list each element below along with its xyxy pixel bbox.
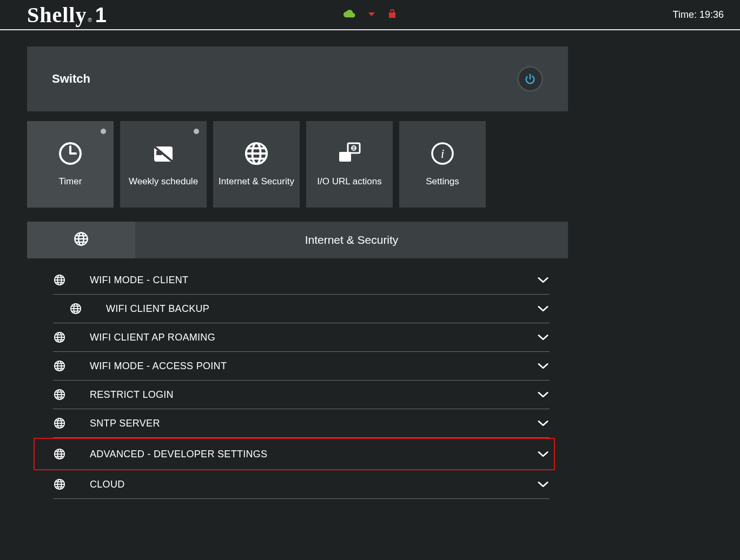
globe-icon: [53, 478, 66, 490]
switch-card: Switch: [27, 46, 568, 111]
io-icon: [337, 141, 362, 166]
tile-timer[interactable]: Timer: [27, 121, 114, 208]
list-item[interactable]: CLOUD: [53, 470, 550, 499]
svg-rect-15: [339, 152, 351, 162]
list-item-label: RESTRICT LOGIN: [90, 389, 513, 401]
globe-icon: [53, 417, 66, 429]
tile-label: Internet & Security: [214, 176, 299, 188]
chevron-down-icon: [537, 419, 550, 427]
tile-label: Timer: [55, 176, 87, 188]
chevron-down-icon: [537, 305, 550, 312]
globe-icon: [53, 274, 66, 286]
section-header-icon-box: [27, 222, 135, 258]
chevron-down-icon: [537, 334, 550, 341]
cloud-icon[interactable]: [343, 9, 355, 20]
list-item-label: ADVANCED - DEVELOPER SETTINGS: [90, 449, 513, 460]
list-item[interactable]: ADVANCED - DEVELOPER SETTINGS: [34, 438, 555, 470]
tile-internet[interactable]: Internet & Security: [213, 121, 300, 208]
list-item[interactable]: WIFI MODE - CLIENT: [53, 266, 550, 295]
list-item[interactable]: WIFI CLIENT AP ROAMING: [53, 323, 550, 352]
time-label: Time: 19:36: [673, 9, 724, 21]
settings-icon: i: [430, 141, 455, 166]
list-item-label: WIFI CLIENT BACKUP: [106, 303, 513, 315]
globe-icon: [53, 389, 66, 401]
chevron-down-icon: [537, 362, 550, 370]
logo-model: 1: [95, 4, 107, 27]
tile-settings[interactable]: iSettings: [399, 121, 486, 208]
logo-reg: ®: [88, 17, 91, 23]
lock-open-icon[interactable]: [388, 9, 397, 21]
topbar-status: [343, 9, 397, 21]
weekly-icon: [151, 141, 176, 166]
tile-label: I/O URL actions: [313, 176, 386, 188]
list-item-label: WIFI CLIENT AP ROAMING: [90, 332, 513, 343]
tile-io[interactable]: I/O URL actions: [306, 121, 393, 208]
svg-marker-5: [368, 12, 375, 16]
chevron-down-icon: [537, 391, 550, 398]
section-title: Internet & Security: [135, 222, 568, 258]
tile-label: Weekly schedule: [124, 176, 202, 188]
section-header: Internet & Security: [27, 222, 568, 258]
internet-icon: [244, 141, 269, 166]
status-dot: [101, 129, 106, 134]
tile-label: Settings: [421, 176, 463, 188]
list-item[interactable]: RESTRICT LOGIN: [53, 381, 550, 409]
chevron-down-icon: [537, 481, 550, 488]
list-item[interactable]: WIFI MODE - ACCESS POINT: [53, 352, 550, 381]
logo: Shelly ® 1: [27, 2, 107, 28]
chevron-down-icon: [537, 450, 550, 458]
globe-icon: [74, 231, 89, 249]
list-item-label: WIFI MODE - ACCESS POINT: [90, 361, 513, 372]
list-item[interactable]: SNTP SERVER: [53, 409, 550, 438]
tiles-row: TimerWeekly scheduleInternet & SecurityI…: [27, 121, 568, 208]
list-item-label: CLOUD: [90, 479, 513, 490]
list-item-label: SNTP SERVER: [90, 418, 513, 429]
settings-list: WIFI MODE - CLIENTWIFI CLIENT BACKUPWIFI…: [27, 266, 568, 499]
chevron-down-icon: [537, 276, 550, 284]
logo-text: Shelly: [27, 2, 87, 28]
globe-icon: [69, 303, 82, 315]
globe-icon: [53, 331, 66, 343]
page: Switch TimerWeekly scheduleInternet & Se…: [0, 30, 590, 521]
power-button[interactable]: [517, 66, 543, 92]
svg-text:i: i: [441, 146, 445, 161]
tile-weekly[interactable]: Weekly schedule: [120, 121, 207, 208]
power-icon: [524, 73, 536, 85]
switch-title: Switch: [52, 72, 90, 86]
timer-icon: [58, 141, 83, 166]
status-dot: [194, 129, 199, 134]
globe-icon: [53, 448, 66, 460]
topbar: Shelly ® 1 Time: 19:36: [0, 0, 740, 30]
list-item[interactable]: WIFI CLIENT BACKUP: [53, 295, 550, 323]
globe-icon: [53, 360, 66, 372]
alert-down-icon[interactable]: [368, 10, 375, 19]
list-item-label: WIFI MODE - CLIENT: [90, 275, 513, 286]
